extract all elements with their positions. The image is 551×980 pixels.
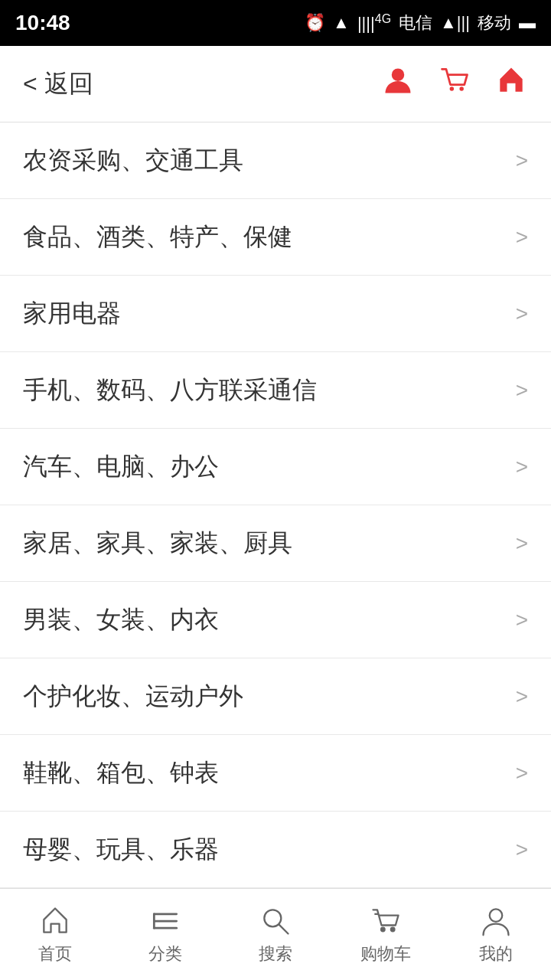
home-header-icon[interactable]	[494, 64, 528, 105]
search-nav-icon	[259, 904, 292, 938]
category-item-2[interactable]: 家用电器>	[0, 276, 551, 352]
category-arrow-2: >	[516, 302, 528, 326]
nav-label-mine: 我的	[479, 942, 513, 965]
svg-point-9	[381, 927, 385, 931]
category-item-4[interactable]: 汽车、电脑、办公>	[0, 429, 551, 505]
category-label-6: 男装、女装、内衣	[23, 603, 219, 637]
category-list: 农资采购、交通工具>食品、酒类、特产、保健>家用电器>手机、数码、八方联采通信>…	[0, 122, 551, 888]
category-label-9: 母婴、玩具、乐器	[23, 833, 219, 867]
category-arrow-9: >	[516, 838, 528, 862]
header: < 返回	[0, 46, 551, 122]
category-label-8: 鞋靴、箱包、钟表	[23, 756, 219, 790]
category-arrow-1: >	[516, 225, 528, 250]
category-label-1: 食品、酒类、特产、保健	[23, 220, 292, 254]
category-label-4: 汽车、电脑、办公	[23, 450, 219, 484]
category-item-7[interactable]: 个护化妆、运动户外>	[0, 658, 551, 735]
category-label-0: 农资采购、交通工具	[23, 144, 243, 178]
nav-item-mine[interactable]: 我的	[441, 904, 551, 965]
category-item-8[interactable]: 鞋靴、箱包、钟表>	[0, 735, 551, 812]
nav-label-search: 搜索	[259, 942, 292, 965]
category-label-7: 个护化妆、运动户外	[23, 680, 243, 714]
svg-point-12	[490, 909, 503, 922]
status-time: 10:48	[15, 11, 70, 35]
back-button[interactable]: < 返回	[23, 67, 93, 101]
category-arrow-5: >	[516, 531, 528, 556]
nav-label-category: 分类	[148, 942, 182, 965]
svg-point-1	[450, 87, 455, 91]
category-item-1[interactable]: 食品、酒类、特产、保健>	[0, 199, 551, 276]
category-item-0[interactable]: 农资采购、交通工具>	[0, 122, 551, 199]
category-arrow-0: >	[516, 149, 528, 173]
category-item-3[interactable]: 手机、数码、八方联采通信>	[0, 352, 551, 429]
category-label-5: 家居、家具、家装、厨具	[23, 527, 292, 560]
category-label-2: 家用电器	[23, 297, 121, 331]
status-bar: 10:48 ⏰ ▲ ||||4G 电信 ▲||| 移动 ▬	[0, 0, 551, 46]
nav-label-cart: 购物车	[360, 942, 411, 965]
category-item-9[interactable]: 母婴、玩具、乐器>	[0, 812, 551, 888]
cart-nav-icon	[369, 904, 403, 938]
category-label-3: 手机、数码、八方联采通信	[23, 374, 317, 407]
category-nav-icon	[148, 904, 182, 938]
user-icon[interactable]	[381, 64, 415, 105]
nav-label-home: 首页	[38, 942, 72, 965]
svg-point-10	[391, 927, 395, 931]
cart-icon[interactable]	[438, 64, 471, 105]
nav-item-search[interactable]: 搜索	[220, 904, 331, 965]
nav-item-cart[interactable]: 购物车	[331, 904, 441, 965]
nav-item-category[interactable]: 分类	[110, 904, 220, 965]
header-icon-group	[381, 64, 528, 105]
home-nav-icon	[38, 904, 72, 938]
category-arrow-3: >	[516, 378, 528, 403]
category-arrow-7: >	[516, 684, 528, 709]
status-icons: ⏰ ▲ ||||4G 电信 ▲||| 移动 ▬	[305, 11, 536, 34]
category-item-5[interactable]: 家居、家具、家装、厨具>	[0, 505, 551, 582]
bottom-nav: 首页 分类 搜索 购物车 我的	[0, 888, 551, 980]
svg-line-8	[279, 924, 289, 933]
svg-point-0	[392, 68, 405, 81]
category-arrow-8: >	[516, 761, 528, 786]
nav-item-home[interactable]: 首页	[0, 904, 110, 965]
category-item-6[interactable]: 男装、女装、内衣>	[0, 582, 551, 658]
category-arrow-6: >	[516, 608, 528, 632]
mine-nav-icon	[479, 904, 513, 938]
svg-point-2	[459, 87, 464, 91]
category-arrow-4: >	[516, 455, 528, 479]
